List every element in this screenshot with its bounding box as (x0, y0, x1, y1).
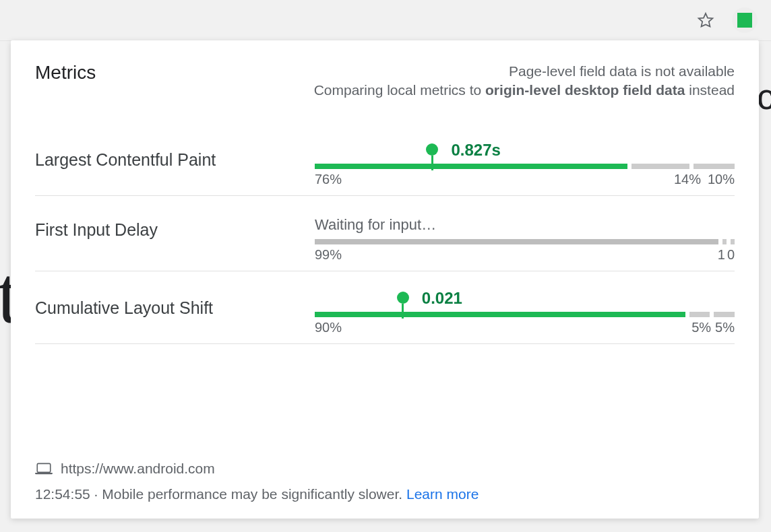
marker-stem-icon (431, 156, 433, 170)
segment-good (315, 164, 627, 169)
waiting-label: Waiting for input… (315, 216, 735, 234)
pct-good: 99% (315, 247, 342, 263)
segment-needs-improvement (689, 312, 710, 317)
segment-poor (714, 312, 735, 317)
metric-name: Cumulative Layout Shift (35, 298, 315, 335)
popup-header: Metrics Page-level field data is not ava… (35, 62, 735, 100)
learn-more-link[interactable]: Learn more (406, 486, 479, 502)
footer-status-row: 12:54:55 · Mobile performance may be sig… (35, 486, 735, 502)
note-line-1: Page-level field data is not available (314, 62, 735, 81)
footer-url-row: https://www.android.com (35, 461, 735, 477)
note-line-2: Comparing local metrics to origin-level … (314, 81, 735, 100)
extension-status-swatch (737, 13, 752, 28)
background-page-glyph: c (757, 75, 771, 117)
segment-good (315, 239, 718, 244)
marker-dot-icon (426, 143, 438, 156)
pct-poor: 10% (705, 172, 735, 187)
browser-toolbar (0, 0, 771, 41)
segment-poor (693, 164, 735, 169)
metric-lcp: Largest Contentful Paint 0.827s (35, 123, 735, 196)
pct-good: 76% (315, 172, 342, 187)
distribution-labels: 90% 5% 5% (315, 320, 735, 335)
star-icon (697, 11, 714, 29)
distribution-labels: 76% 14% 10% (315, 172, 735, 187)
segment-poor (731, 239, 735, 244)
svg-rect-0 (37, 463, 51, 472)
timestamp: 12:54:55 (35, 486, 90, 502)
marker-dot-icon (397, 292, 409, 304)
pct-needs-improvement: 14% (674, 172, 701, 187)
svg-rect-1 (35, 473, 53, 474)
metric-value: 0.021 (422, 289, 462, 308)
metric-marker (426, 143, 438, 170)
metric-marker (397, 292, 409, 319)
metric-value: 0.827s (451, 141, 500, 160)
laptop-icon (35, 463, 53, 475)
marker-stem-icon (402, 304, 404, 319)
metric-name: First Input Delay (35, 220, 315, 263)
metric-cls: Cumulative Layout Shift 0.021 (35, 271, 735, 344)
distribution-bar (315, 312, 735, 317)
segment-needs-improvement (722, 239, 727, 244)
pct-needs-improvement: 1 (718, 247, 725, 263)
bookmark-star-button[interactable] (694, 9, 717, 32)
field-data-note: Page-level field data is not available C… (314, 62, 735, 100)
metric-name: Largest Contentful Paint (35, 150, 315, 187)
segment-needs-improvement (631, 164, 689, 169)
distribution-labels: 99% 1 0 (315, 247, 735, 263)
popup-footer: https://www.android.com 12:54:55 · Mobil… (35, 461, 735, 502)
metric-body: Waiting for input… 99% 1 0 (315, 216, 735, 263)
metric-body: 0.827s 76% 14% 10% (315, 143, 735, 187)
extension-button[interactable] (732, 7, 758, 33)
performance-warning: Mobile performance may be significantly … (102, 486, 406, 502)
pct-poor: 0 (727, 247, 735, 263)
distribution-bar (315, 164, 735, 169)
metric-body: 0.021 90% 5% 5% (315, 292, 735, 335)
pct-poor: 5% (715, 320, 735, 335)
metric-fid: First Input Delay Waiting for input… 99%… (35, 196, 735, 271)
web-vitals-popup: Metrics Page-level field data is not ava… (11, 40, 759, 519)
segment-good (315, 312, 685, 317)
popup-title: Metrics (35, 62, 96, 84)
page-url: https://www.android.com (61, 461, 215, 477)
pct-needs-improvement: 5% (691, 320, 711, 335)
distribution-bar (315, 239, 735, 244)
pct-good: 90% (315, 320, 342, 335)
